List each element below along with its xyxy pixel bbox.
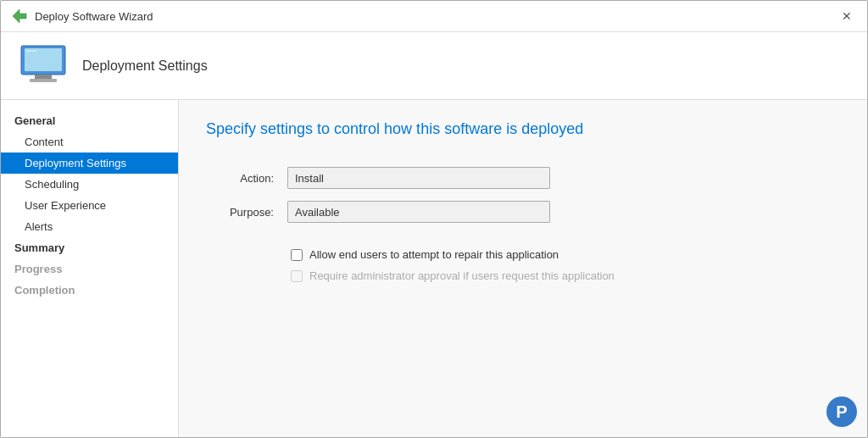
form-section: Action: Install Uninstall Purpose: Avail… [206, 167, 840, 223]
svg-rect-5 [25, 48, 62, 71]
title-bar: Deploy Software Wizard ✕ [1, 1, 867, 32]
content-area: Specify settings to control how this sof… [179, 100, 867, 437]
approval-checkbox [291, 270, 303, 282]
action-label: Action: [206, 172, 274, 185]
wizard-window: Deploy Software Wizard ✕ Deployment Sett… [0, 0, 868, 438]
checkbox-section: Allow end users to attempt to repair thi… [206, 248, 840, 282]
repair-checkbox[interactable] [291, 249, 303, 261]
content-wrapper: Specify settings to control how this sof… [179, 100, 867, 437]
svg-text:P: P [836, 402, 847, 421]
svg-rect-3 [35, 75, 52, 79]
action-row: Action: Install Uninstall [206, 167, 840, 189]
sidebar-item-summary[interactable]: Summary [1, 237, 178, 258]
header-title: Deployment Settings [82, 58, 208, 74]
svg-marker-0 [13, 9, 26, 23]
sidebar-item-scheduling[interactable]: Scheduling [1, 174, 178, 195]
title-bar-left: Deploy Software Wizard [11, 8, 153, 25]
repair-label: Allow end users to attempt to repair thi… [309, 248, 559, 261]
repair-checkbox-row: Allow end users to attempt to repair thi… [291, 248, 840, 261]
body: General Content Deployment Settings Sche… [1, 100, 867, 437]
content-heading: Specify settings to control how this sof… [206, 120, 840, 138]
close-button[interactable]: ✕ [837, 8, 857, 25]
purpose-label: Purpose: [206, 206, 274, 219]
sidebar-item-general[interactable]: General [1, 110, 178, 131]
sidebar: General Content Deployment Settings Sche… [1, 100, 179, 437]
sidebar-item-content[interactable]: Content [1, 131, 178, 152]
sidebar-item-progress[interactable]: Progress [1, 258, 178, 280]
purpose-row: Purpose: Available Required [206, 201, 840, 223]
computer-icon [18, 44, 69, 88]
sidebar-item-deployment-settings[interactable]: Deployment Settings [1, 152, 178, 174]
deploy-icon [11, 8, 28, 25]
sidebar-item-user-experience[interactable]: User Experience [1, 195, 178, 216]
sidebar-item-alerts[interactable]: Alerts [1, 216, 178, 237]
watermark-icon: P [826, 396, 857, 427]
header-section: Deployment Settings [1, 32, 867, 100]
svg-rect-4 [30, 79, 57, 82]
approval-label: Require administrator approval if users … [309, 269, 615, 282]
sidebar-item-completion[interactable]: Completion [1, 280, 178, 301]
approval-checkbox-row: Require administrator approval if users … [291, 269, 840, 282]
purpose-select[interactable]: Available Required [287, 201, 550, 223]
window-title: Deploy Software Wizard [35, 10, 153, 23]
action-select[interactable]: Install Uninstall [287, 167, 550, 189]
